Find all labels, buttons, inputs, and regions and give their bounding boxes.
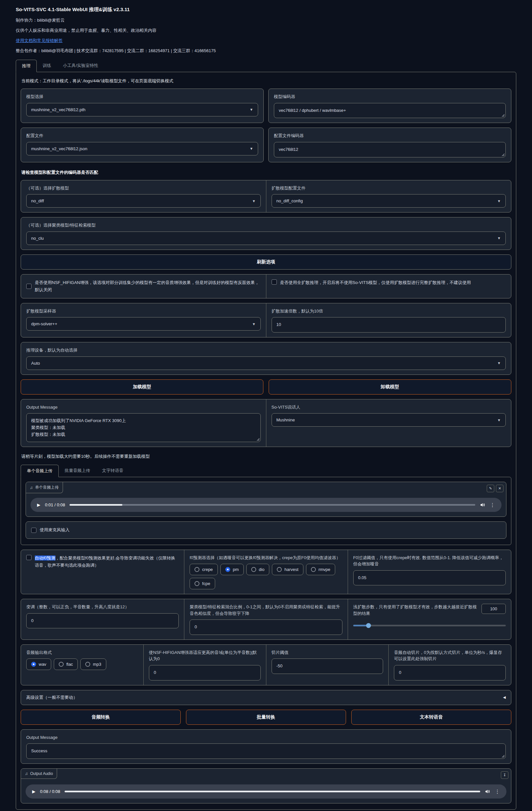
diffusion-config-value: no_diff_config bbox=[276, 198, 303, 203]
f0-option-crepe[interactable]: crepe bbox=[189, 564, 218, 575]
cluster-model-value: no_clu bbox=[31, 236, 44, 241]
sampler-dropdown[interactable]: dpm-solver++ ▼ bbox=[26, 317, 261, 331]
play-icon[interactable]: ▶ bbox=[32, 789, 35, 794]
batch-convert-button[interactable]: 批量转换 bbox=[186, 710, 346, 725]
advanced-settings-accordion[interactable]: 高级设置（一般不需要动） ◀ bbox=[21, 690, 511, 705]
diffusion-model-label: （可选）选择扩散模型 bbox=[26, 185, 261, 192]
full-diffusion-checkbox-row[interactable]: 是否使用全扩散推理，开启后将不使用So-VITS模型，仅使用扩散模型进行完整扩散… bbox=[272, 279, 506, 286]
diffusion-config-dropdown[interactable]: no_diff_config ▼ bbox=[272, 194, 506, 208]
audio-upload-chip: ♫ 单个音频上传 bbox=[26, 482, 63, 493]
sampler-value: dpm-solver++ bbox=[31, 321, 57, 326]
config-select-value: mushnine_v2_vec768l12.json bbox=[31, 146, 87, 151]
config-select-dropdown[interactable]: mushnine_v2_vec768l12.json ▼ bbox=[26, 142, 258, 155]
nsf-hifigan-checkbox-row[interactable]: 是否使用NSF_HIFIGAN增强，该选项对部分训练集少的模型有一定的音质增强效… bbox=[26, 279, 261, 293]
auto-f0-checkbox-label: 自动f0预测，配合聚类模型f0预测效果更好,会导致变调功能失效（仅限转换语音，歌… bbox=[35, 554, 179, 569]
output-format-group: wav flac mp3 bbox=[26, 658, 138, 670]
input-audio-player: ▶ 0:01 / 0:08 ⋮ bbox=[31, 498, 501, 512]
diffusion-steps-slider[interactable] bbox=[353, 623, 506, 628]
cluster-model-label: （可选）选择聚类模型/特征检索模型 bbox=[26, 222, 506, 229]
tab-inference[interactable]: 推理 bbox=[16, 60, 37, 72]
slice-threshold-input[interactable]: -50 bbox=[272, 658, 383, 674]
pitch-input[interactable]: 0 bbox=[26, 613, 179, 629]
page-title: So-VITS-SVC 4.1-Stable WebUI 推理&训练 v2.3.… bbox=[16, 6, 516, 13]
volume-icon[interactable] bbox=[485, 789, 490, 794]
diffusion-config-label: 扩散模型配置文件 bbox=[272, 185, 506, 192]
output-audio-player: ▶ 0:08 / 0:08 ⋮ bbox=[26, 784, 506, 798]
audio-menu-icon[interactable]: ⋮ bbox=[490, 502, 495, 507]
audio-convert-button[interactable]: 音频转换 bbox=[21, 710, 181, 725]
f0-threshold-input[interactable]: 0.05 bbox=[353, 570, 506, 586]
result-message-textarea[interactable]: Success bbox=[26, 744, 506, 759]
tab-single-audio[interactable]: 单个音频上传 bbox=[21, 465, 59, 477]
model-select-dropdown[interactable]: mushnine_v2_vec768l12.pth ▼ bbox=[26, 103, 258, 117]
model-encoder-input[interactable]: vec768l12 / dphubert / wavlmbase+ bbox=[274, 103, 506, 118]
download-icon[interactable]: ↧ bbox=[501, 771, 508, 779]
diffusion-panel: （可选）选择扩散模型 no_diff ▼ 扩散模型配置文件 no_diff_co… bbox=[21, 180, 511, 213]
tab-tts[interactable]: 文字转语音 bbox=[96, 465, 129, 477]
model-encoder-panel: 模型编码器 vec768l12 / dphubert / wavlmbase+ bbox=[268, 89, 511, 123]
output-message-textarea[interactable]: 模型被成功加载到了NVIDIA GeForce RTX 3090上 聚类模型：未… bbox=[26, 413, 261, 442]
unload-model-button[interactable]: 卸载模型 bbox=[269, 379, 511, 395]
device-dropdown[interactable]: Auto ▼ bbox=[26, 356, 506, 370]
format-option-flac[interactable]: flac bbox=[54, 658, 78, 670]
output-audio-chip-label: Output Audio bbox=[30, 771, 53, 776]
output-message-label: Output Message bbox=[26, 404, 261, 411]
enhance-range-input[interactable]: 0 bbox=[149, 665, 261, 680]
f0-option-fcpe[interactable]: fcpe bbox=[189, 578, 215, 589]
f0-option-dio[interactable]: dio bbox=[246, 564, 269, 575]
output-audio-progress[interactable] bbox=[65, 791, 480, 792]
edit-icon[interactable]: ✎ bbox=[487, 485, 494, 492]
tab-batch-audio[interactable]: 批量音频上传 bbox=[59, 465, 96, 477]
tab-tools[interactable]: 小工具/实验室特性 bbox=[57, 60, 104, 72]
audio-upload-chip-label: 单个音频上传 bbox=[35, 485, 59, 490]
speaker-dropdown[interactable]: Mushnine ▼ bbox=[272, 413, 506, 427]
diffusion-steps-label: 浅扩散步数，只有使用了扩散模型才有效，步数越大越接近扩散模型的结果 bbox=[353, 604, 478, 616]
input-audio-progress[interactable] bbox=[70, 504, 475, 506]
f0-option-rmvpe[interactable]: rmvpe bbox=[306, 564, 335, 575]
config-encoder-input[interactable]: vec768l12 bbox=[274, 142, 506, 157]
output-audio-chip: ♫ Output Audio bbox=[21, 769, 57, 779]
diffusion-model-dropdown[interactable]: no_diff ▼ bbox=[26, 194, 261, 208]
auto-f0-checkbox[interactable] bbox=[26, 555, 31, 560]
device-panel: 推理设备，默认为自动选择 Auto ▼ bbox=[21, 342, 511, 375]
acceleration-label: 扩散加速倍数，默认为10倍 bbox=[272, 308, 506, 315]
main-tabbar: 推理 训练 小工具/实验室特性 bbox=[16, 60, 516, 72]
tab-training[interactable]: 训练 bbox=[37, 60, 57, 72]
tts-button[interactable]: 文本转语音 bbox=[351, 710, 511, 725]
f0-predictor-group: crepe pm dio harvest rmvpe fcpe bbox=[189, 564, 342, 589]
auto-slice-input[interactable]: 0 bbox=[394, 665, 506, 680]
f0-option-pm[interactable]: pm bbox=[221, 564, 244, 575]
cluster-ratio-input[interactable]: 0 bbox=[189, 619, 342, 635]
play-icon[interactable]: ▶ bbox=[37, 502, 40, 507]
mic-checkbox[interactable] bbox=[31, 527, 36, 533]
volume-icon[interactable] bbox=[480, 502, 485, 508]
encoder-match-note: 请检查模型和配置文件的编码器是否匹配 bbox=[21, 167, 511, 180]
full-diffusion-checkbox-label: 是否使用全扩散推理，开启后将不使用So-VITS模型，仅使用扩散模型进行完整扩散… bbox=[280, 279, 471, 286]
nsf-hifigan-checkbox-label: 是否使用NSF_HIFIGAN增强，该选项对部分训练集少的模型有一定的音质增强效… bbox=[35, 279, 261, 293]
f0-option-harvest[interactable]: harvest bbox=[272, 564, 303, 575]
nsf-hifigan-checkbox[interactable] bbox=[26, 284, 31, 289]
mic-checkbox-row[interactable]: 使用麦克风输入 bbox=[31, 526, 501, 534]
diffusion-steps-input[interactable]: 100 bbox=[482, 604, 506, 614]
full-diffusion-checkbox[interactable] bbox=[272, 279, 277, 285]
close-icon[interactable]: ✕ bbox=[496, 485, 503, 492]
format-option-mp3[interactable]: mp3 bbox=[80, 658, 106, 670]
model-select-panel: 模型选择 mushnine_v2_vec768l12.pth ▼ bbox=[21, 89, 264, 123]
docs-link[interactable]: 使用文档和常见报错解答 bbox=[16, 38, 63, 44]
chevron-down-icon: ▼ bbox=[252, 199, 256, 203]
audio-menu-icon[interactable]: ⋮ bbox=[495, 789, 500, 794]
load-model-button[interactable]: 加载模型 bbox=[21, 379, 263, 395]
acceleration-input[interactable]: 10 bbox=[272, 317, 506, 333]
slice-threshold-label: 切片阈值 bbox=[272, 649, 383, 656]
refresh-options-button[interactable]: 刷新选项 bbox=[21, 255, 511, 270]
f0-predictor-label: f0预测器选择（如遇哑音可以更换f0预测器解决，crepe为原F0使用均值滤波器… bbox=[189, 554, 342, 561]
config-encoder-label: 配置文件编码器 bbox=[274, 133, 506, 139]
music-note-icon: ♫ bbox=[30, 485, 33, 490]
cluster-model-dropdown[interactable]: no_clu ▼ bbox=[26, 231, 506, 245]
pitch-panel: 变调（整数，可以正负，半音数量，升高八度就是12） 0 聚类模型/特征检索混合比… bbox=[21, 599, 511, 640]
accordion-arrow-icon: ◀ bbox=[503, 695, 506, 700]
format-option-wav[interactable]: wav bbox=[26, 658, 51, 670]
auto-f0-checkbox-row[interactable]: 自动f0预测，配合聚类模型f0预测效果更好,会导致变调功能失效（仅限转换语音，歌… bbox=[26, 554, 179, 569]
output-format-label: 音频输出格式 bbox=[26, 649, 138, 656]
wait-note: 请稍等片刻，模型加载大约需要10秒。后续操作不需要重新加载模型 bbox=[21, 452, 511, 465]
